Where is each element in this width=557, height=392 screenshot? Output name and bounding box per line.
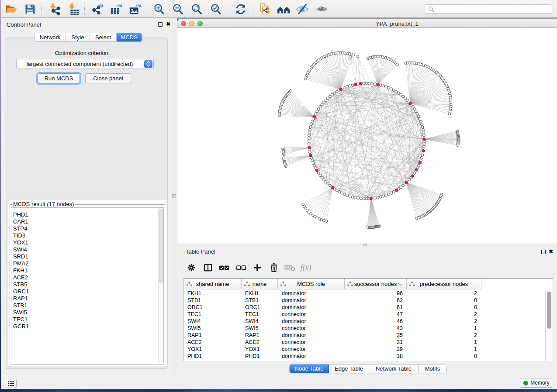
apply-layout-button[interactable] [233, 2, 248, 16]
tab-motifs[interactable]: Motifs [419, 364, 446, 373]
result-node[interactable]: SRD1 [11, 253, 163, 260]
new-network-from-selection-icon [258, 3, 271, 16]
zoom-in-button[interactable] [152, 2, 166, 16]
toolbar-divider [229, 3, 229, 15]
tab-mcds[interactable]: MCDS [117, 33, 142, 41]
result-scrollbar[interactable] [158, 208, 163, 363]
tab-network[interactable]: Network [35, 33, 66, 41]
window-maximize-button[interactable] [197, 21, 203, 26]
table-settings-button[interactable] [186, 262, 197, 273]
search-input[interactable] [425, 4, 552, 14]
mcds-result-list[interactable]: PHD1CAR1STP4TID3YOX1SWI4SRD1PMA2FKH1ACE2… [11, 207, 164, 363]
tab-node-table[interactable]: Node Table [290, 364, 329, 373]
vertical-splitter[interactable] [172, 18, 177, 376]
unselect-all-columns-button[interactable] [235, 262, 247, 273]
table-scrollbar[interactable] [545, 290, 553, 361]
table-row[interactable]: ORC1ORC1dominator610 [184, 304, 545, 311]
zoom-selected-button[interactable] [208, 2, 223, 16]
column-header-name[interactable]: name [242, 279, 278, 289]
function-builder-button[interactable]: f(x) [300, 262, 311, 273]
table-row[interactable]: TEC1TEC1connector472 [184, 311, 545, 318]
result-node[interactable]: ORC1 [11, 288, 163, 295]
export-image-button[interactable] [128, 2, 142, 16]
network-canvas[interactable] [177, 28, 557, 243]
column-header-predecessor-nodes[interactable]: predecessor nodes [407, 279, 481, 289]
result-node[interactable]: PMA2 [11, 260, 163, 267]
open-file-button[interactable] [4, 2, 19, 16]
window-close-button[interactable] [181, 21, 186, 26]
memory-button[interactable]: Memory [521, 378, 552, 388]
criterion-select[interactable]: largest connected component (undirected) [16, 59, 154, 69]
select-all-columns-button[interactable] [218, 262, 230, 273]
toolbar-divider [147, 3, 147, 15]
result-node[interactable]: TID3 [11, 232, 163, 239]
vertical-splitter-handle[interactable] [172, 194, 176, 198]
export-table-button[interactable] [109, 2, 124, 16]
horizontal-splitter-handle[interactable] [363, 244, 367, 246]
new-network-from-selection-button[interactable] [257, 2, 272, 16]
refresh-icon [235, 3, 247, 15]
cell-MCDS-role: dominator [282, 297, 306, 304]
delete-column-button[interactable] [268, 262, 280, 273]
column-type-icon [187, 282, 192, 286]
export-network-button[interactable] [90, 2, 105, 16]
tab-edge-table[interactable]: Edge Table [329, 364, 369, 373]
table-row[interactable]: SWI5SWI5connector431 [184, 325, 545, 332]
column-header-label: successor nodes [354, 281, 397, 287]
result-node[interactable]: STP4 [11, 225, 163, 232]
result-node[interactable]: RAP1 [11, 295, 163, 302]
cell-MCDS-role: connector [282, 339, 306, 346]
table-row[interactable]: STB1STB1dominator620 [184, 297, 545, 304]
column-header-shared-name[interactable]: shared name [184, 279, 242, 289]
show-all-button[interactable] [315, 2, 329, 16]
cell-MCDS-role: dominator [282, 290, 306, 297]
result-node[interactable]: SWI4 [11, 246, 163, 253]
table-row[interactable]: YOX1YOX1connector291 [184, 346, 545, 353]
window-minimize-button[interactable] [189, 21, 194, 26]
result-node[interactable]: STB5 [11, 281, 163, 288]
hide-selected-button[interactable] [295, 2, 310, 16]
close-panel-button[interactable]: Close panel [85, 73, 131, 83]
mcds-result-title: MCDS result (17 nodes) [12, 201, 75, 207]
table-row[interactable]: FKH1FKH1dominator962 [184, 290, 545, 297]
float-window-icon[interactable] [541, 250, 546, 254]
result-node[interactable]: YOX1 [11, 239, 163, 246]
result-node[interactable]: FKH1 [11, 267, 163, 274]
run-mcds-button[interactable]: Run MCDS [38, 73, 80, 83]
tab-select[interactable]: Select [90, 33, 117, 41]
network-window-titlebar[interactable]: YPA_prune.txt_1 [177, 19, 557, 28]
tab-style[interactable]: Style [66, 33, 90, 41]
result-node[interactable]: TEC1 [11, 316, 163, 323]
column-header-MCDS-role[interactable]: MCDS role [278, 279, 345, 289]
show-column-panel-button[interactable] [202, 262, 214, 273]
panel-menu-button[interactable] [5, 379, 17, 388]
import-table-button[interactable] [66, 2, 80, 16]
save-session-button[interactable] [23, 2, 38, 16]
table-row[interactable]: ACE2ACE2connector311 [184, 339, 545, 346]
table-row[interactable]: PHD1PHD1dominator180 [184, 353, 545, 360]
close-icon[interactable]: ✖ [166, 22, 170, 26]
table-row[interactable]: RAP1RAP1dominator352 [184, 332, 545, 339]
result-node[interactable]: CAR1 [11, 218, 163, 225]
column-header-successor-nodes[interactable]: successor nodes [345, 279, 407, 289]
cell-name: RAP1 [245, 332, 259, 339]
zoom-out-button[interactable] [170, 2, 185, 16]
result-node[interactable]: ACE2 [11, 274, 163, 281]
result-node[interactable]: STB1 [11, 302, 163, 309]
result-node[interactable]: GCR1 [11, 323, 163, 330]
float-window-icon[interactable] [158, 22, 163, 27]
table-scrollbar-thumb[interactable] [547, 292, 551, 329]
zoom-fit-button[interactable] [189, 2, 204, 16]
create-column-button[interactable] [252, 262, 263, 273]
close-icon[interactable]: ✖ [549, 249, 553, 254]
delete-table-button[interactable] [284, 262, 296, 273]
tab-network-table[interactable]: Network Table [369, 364, 419, 373]
first-neighbors-button[interactable] [276, 2, 291, 16]
table-row[interactable]: SWI4SWI4dominator462 [184, 318, 545, 325]
result-node[interactable]: SWI5 [11, 309, 163, 316]
memory-label: Memory [530, 380, 549, 386]
result-node[interactable]: PHD1 [11, 211, 163, 218]
import-network-button[interactable] [47, 2, 62, 16]
result-scrollbar-thumb[interactable] [159, 209, 163, 283]
cell-successor-nodes: 31 [397, 339, 403, 346]
